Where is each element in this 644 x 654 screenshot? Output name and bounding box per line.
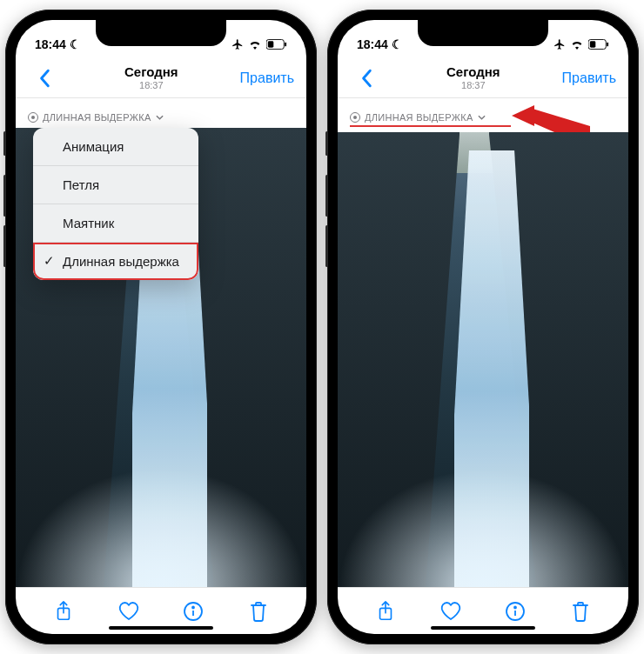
svg-rect-8: [590, 41, 595, 47]
chevron-down-icon: [478, 115, 486, 120]
info-icon: [506, 602, 525, 621]
info-icon: [184, 602, 203, 621]
favorite-button[interactable]: [111, 602, 146, 621]
trash-icon: [572, 601, 589, 622]
info-button[interactable]: [176, 602, 211, 621]
trash-icon: [250, 601, 267, 622]
edit-button[interactable]: Править: [562, 70, 616, 86]
svg-rect-9: [607, 43, 608, 47]
page-title: Сегодня: [124, 65, 178, 80]
live-photo-icon: [350, 112, 360, 123]
photo[interactable]: [338, 132, 628, 587]
info-button[interactable]: [498, 602, 533, 621]
home-indicator[interactable]: [109, 626, 213, 630]
moon-icon: ☾: [392, 37, 403, 51]
svg-point-6: [192, 606, 194, 608]
share-button[interactable]: [46, 601, 81, 622]
back-button[interactable]: [350, 69, 385, 88]
airplane-icon: [553, 38, 566, 50]
notch: [96, 20, 226, 46]
effect-dropdown-trigger[interactable]: ДЛИННАЯ ВЫДЕРЖКА: [350, 112, 486, 123]
share-icon: [55, 601, 72, 622]
status-time: 18:44: [35, 37, 66, 51]
nav-title-group: Сегодня 18:37: [446, 65, 500, 90]
effect-bar: ДЛИННАЯ ВЫДЕРЖКА: [338, 98, 628, 132]
notch: [418, 20, 548, 46]
wifi-icon: [570, 39, 584, 50]
page-title: Сегодня: [446, 65, 500, 80]
share-button[interactable]: [368, 601, 403, 622]
battery-icon: [588, 39, 609, 50]
chevron-left-icon: [361, 69, 373, 88]
home-indicator[interactable]: [431, 626, 535, 630]
svg-marker-10: [512, 105, 534, 126]
effect-dropdown: Анимация Петля Маятник Длинная выдержка: [33, 128, 198, 280]
phone-right: 18:44 ☾ Сегодня 18:37: [327, 10, 639, 644]
share-icon: [377, 601, 394, 622]
heart-icon: [440, 602, 461, 621]
wifi-icon: [248, 39, 262, 50]
live-photo-icon: [28, 112, 38, 123]
delete-button[interactable]: [563, 601, 598, 622]
edit-button[interactable]: Править: [240, 70, 294, 86]
dropdown-item-loop[interactable]: Петля: [33, 166, 198, 204]
svg-point-15: [514, 606, 516, 608]
nav-title-group: Сегодня 18:37: [124, 65, 178, 90]
screen: 18:44 ☾ Сегодня 18:37: [16, 20, 306, 634]
moon-icon: ☾: [70, 37, 81, 51]
screen: 18:44 ☾ Сегодня 18:37: [338, 20, 628, 634]
nav-bar: Сегодня 18:37 Править: [16, 58, 306, 98]
nav-bar: Сегодня 18:37 Править: [338, 58, 628, 98]
dropdown-item-bounce[interactable]: Маятник: [33, 204, 198, 243]
chevron-down-icon: [156, 115, 164, 120]
delete-button[interactable]: [241, 601, 276, 622]
effect-dropdown-trigger[interactable]: ДЛИННАЯ ВЫДЕРЖКА: [28, 112, 164, 123]
battery-icon: [266, 39, 287, 50]
effect-label: ДЛИННАЯ ВЫДЕРЖКА: [365, 112, 473, 123]
effect-bar: ДЛИННАЯ ВЫДЕРЖКА: [16, 98, 306, 128]
page-subtitle: 18:37: [124, 80, 178, 90]
callout-underline: [350, 125, 511, 127]
svg-rect-2: [285, 43, 286, 47]
chevron-left-icon: [39, 69, 51, 88]
phone-left: 18:44 ☾ Сегодня 18:37: [5, 10, 317, 644]
dropdown-item-long-exposure[interactable]: Длинная выдержка: [33, 243, 198, 280]
effect-label: ДЛИННАЯ ВЫДЕРЖКА: [43, 112, 151, 123]
svg-rect-1: [268, 41, 273, 47]
back-button[interactable]: [28, 69, 63, 88]
heart-icon: [118, 602, 139, 621]
favorite-button[interactable]: [433, 602, 468, 621]
status-time: 18:44: [357, 37, 388, 51]
dropdown-item-animation[interactable]: Анимация: [33, 128, 198, 166]
page-subtitle: 18:37: [446, 80, 500, 90]
airplane-icon: [231, 38, 244, 50]
